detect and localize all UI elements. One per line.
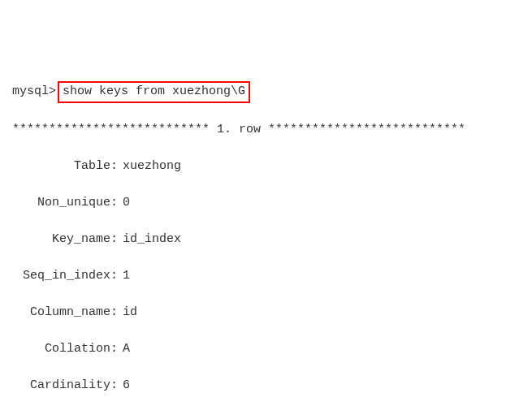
field-row: Seq_in_index:1 (12, 267, 520, 286)
field-value: 0 (123, 194, 130, 213)
field-value: 6 (123, 377, 130, 395)
field-label: Cardinality: (12, 377, 118, 395)
field-row: Table:xuezhong (12, 158, 520, 176)
field-label: Non_unique: (12, 194, 118, 213)
field-value: 1 (123, 267, 130, 286)
field-value: id_index (123, 231, 181, 249)
sql-command-highlighted: show keys from xuezhong\G (58, 81, 250, 103)
row-1-separator: *************************** 1. row *****… (12, 121, 520, 140)
mysql-prompt: mysql> (12, 83, 56, 102)
field-label: Collation: (12, 340, 118, 359)
field-label: Key_name: (12, 231, 118, 249)
field-value: xuezhong (123, 158, 181, 176)
field-row: Cardinality:6 (12, 377, 520, 395)
field-value: A (123, 340, 130, 359)
field-label: Seq_in_index: (12, 267, 118, 286)
field-row: Non_unique:0 (12, 194, 520, 213)
field-value: id (123, 304, 137, 322)
field-label: Column_name: (12, 304, 118, 322)
field-row: Collation:A (12, 340, 520, 359)
field-row: Key_name:id_index (12, 231, 520, 249)
field-label: Table: (12, 158, 118, 176)
field-row: Column_name:id (12, 304, 520, 322)
command-line: mysql> show keys from xuezhong\G (12, 81, 520, 103)
